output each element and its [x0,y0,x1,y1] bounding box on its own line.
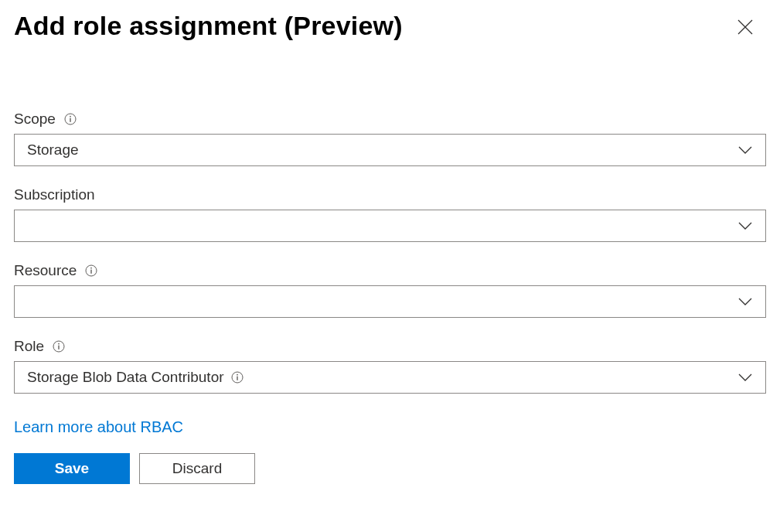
save-button[interactable]: Save [14,453,130,484]
info-icon[interactable] [230,370,244,384]
field-label-row: Subscription [14,186,766,203]
close-icon [737,19,754,36]
discard-button[interactable]: Discard [139,453,255,484]
field-role: Role Storage Blob Data Contributor [14,338,766,394]
chevron-down-icon [737,373,753,382]
chevron-down-icon [737,145,753,155]
role-label: Role [14,338,44,355]
svg-rect-7 [91,270,92,274]
field-resource: Resource [14,262,766,318]
svg-rect-10 [58,346,59,350]
svg-point-6 [90,268,92,269]
subscription-label: Subscription [14,186,95,203]
svg-point-9 [58,343,60,345]
svg-point-3 [70,116,71,118]
scope-select[interactable]: Storage [14,134,766,166]
field-subscription: Subscription [14,186,766,242]
resource-label: Resource [14,262,77,279]
chevron-down-icon [737,297,753,306]
panel-header: Add role assignment (Preview) [14,11,766,41]
subscription-select[interactable] [14,210,766,242]
info-icon[interactable] [52,339,66,353]
action-row: Save Discard [14,453,766,484]
role-select[interactable]: Storage Blob Data Contributor [14,361,766,394]
learn-more-link[interactable]: Learn more about RBAC [14,418,183,436]
role-assignment-form: Scope Storage Subscription [14,111,766,484]
panel-title: Add role assignment (Preview) [14,11,403,41]
field-scope: Scope Storage [14,111,766,166]
info-icon[interactable] [63,112,77,126]
close-button[interactable] [732,14,758,40]
chevron-down-icon [737,221,753,230]
svg-point-12 [237,374,238,376]
info-icon[interactable] [84,264,98,278]
field-label-row: Scope [14,111,766,128]
scope-value: Storage [27,142,79,159]
scope-label: Scope [14,111,56,128]
role-value: Storage Blob Data Contributor [27,369,224,386]
svg-rect-13 [237,377,237,380]
field-label-row: Role [14,338,766,355]
field-label-row: Resource [14,262,766,279]
resource-select[interactable] [14,285,766,318]
svg-rect-4 [70,118,70,122]
